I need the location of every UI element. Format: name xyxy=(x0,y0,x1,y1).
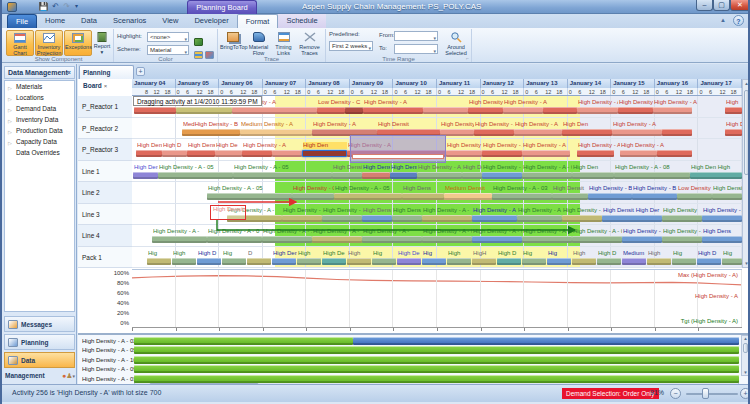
tab-planning-board[interactable]: Planning Board× xyxy=(79,65,134,79)
ribbon-tab-home[interactable]: Home xyxy=(37,14,73,28)
order-list-panel[interactable]: ◂ ▸ ▲ ▼ High Density - A - 02...High Den… xyxy=(78,333,750,384)
sidebar-item-data-overrides[interactable]: Data Overrides xyxy=(5,147,74,158)
timeline-header[interactable]: January 0481218January 05061218January 0… xyxy=(132,79,742,96)
group-label-color: Color xyxy=(114,56,217,62)
hour-tick: 18 xyxy=(469,88,475,96)
y-tick: 60% xyxy=(117,290,129,296)
resource-label-column: P_Reactor 1P_Reactor 2P_Reactor 3Line 1L… xyxy=(78,96,132,268)
nav-data-management[interactable]: Data Management xyxy=(4,352,75,368)
day-header-january-14: January 14 xyxy=(568,79,612,88)
order-list-vscrollbar[interactable]: ▲ ▼ xyxy=(741,335,750,376)
close-tab-icon[interactable]: × xyxy=(104,83,108,89)
remove-traces-icon xyxy=(304,32,316,42)
drag-tooltip: Dragging activity at 1/4/2010 11:59:59 P… xyxy=(133,96,262,106)
highlight-combo[interactable]: <none>▾ xyxy=(147,32,189,42)
minimize-button[interactable]: – xyxy=(696,0,713,11)
ribbon-tab-bar: ▲ ? FileHomeDataScenariosViewDeveloperFo… xyxy=(2,14,750,28)
nav-label: Messages xyxy=(21,321,52,328)
order-row-bar[interactable] xyxy=(353,337,739,345)
hour-tick: 0 xyxy=(351,88,354,96)
ribbon-tab-scenarios[interactable]: Scenarios xyxy=(105,14,154,28)
sidebar-item-inventory-data[interactable]: ▷Inventory Data xyxy=(5,114,74,125)
maximize-button[interactable]: ▢ xyxy=(713,0,730,11)
hour-tick: 12 xyxy=(502,88,508,96)
zoom-out-button[interactable]: − xyxy=(670,388,681,399)
hour-tick: 18 xyxy=(730,88,736,96)
row-label-line-4: Line 4 xyxy=(78,225,132,247)
day-header-january-04: January 04 xyxy=(132,79,176,88)
inventory-projection-label: Inventory Projection xyxy=(37,44,61,56)
ribbon-tab-file[interactable]: File xyxy=(7,14,37,28)
nav-planning[interactable]: Planning xyxy=(4,334,75,350)
inventory-chart[interactable]: Max (High Density - A) High Density - A … xyxy=(132,269,742,327)
day-header-january-08: January 08 xyxy=(306,79,350,88)
ribbon-tab-view[interactable]: View xyxy=(154,14,186,28)
zoom-slider-thumb[interactable] xyxy=(702,388,709,399)
ribbon-tab-format[interactable]: Format xyxy=(237,14,279,28)
remove-traces-button[interactable]: Remove Traces xyxy=(297,30,322,56)
zoom-slider-track[interactable] xyxy=(686,393,738,395)
gantt-chart-button[interactable]: Gantt Chart xyxy=(6,30,34,56)
gantt-vscrollbar[interactable]: ▲ ▼ xyxy=(742,79,750,268)
hour-row: 061218 xyxy=(263,88,307,96)
exceptions-button[interactable]: Exceptions xyxy=(64,30,92,56)
order-row-label: High Density - A - 05... xyxy=(82,347,134,353)
y-tick: 40% xyxy=(117,300,129,306)
collapse-ribbon-icon[interactable]: ▲ xyxy=(720,17,726,23)
hour-tick: 12 xyxy=(371,88,377,96)
demand-selection-badge[interactable]: Demand Selection: Order Only xyxy=(562,388,659,399)
around-selected-button[interactable]: Around Selected xyxy=(442,30,470,56)
group-color: Highlight: <none>▾ Scheme: Material▾ Col… xyxy=(114,29,218,62)
scheme-combo[interactable]: Material▾ xyxy=(147,45,189,55)
report-button[interactable]: Report▾ xyxy=(92,30,112,56)
hour-row: 061218 xyxy=(481,88,525,96)
add-tab-button[interactable]: + xyxy=(136,67,145,76)
order-row-bar[interactable] xyxy=(134,356,739,364)
hour-tick: 18 xyxy=(643,88,649,96)
order-row-bar[interactable] xyxy=(134,375,739,383)
save-icon[interactable]: 💾 xyxy=(38,1,49,12)
sidebar-item-demand-data[interactable]: ▷Demand Data xyxy=(5,103,74,114)
help-icon[interactable]: ? xyxy=(733,15,744,26)
collapse-sidebar-icon[interactable]: « xyxy=(67,67,71,79)
undo-icon[interactable]: ↶ xyxy=(50,1,61,12)
sidebar-item-capacity-data[interactable]: ▷Capacity Data xyxy=(5,136,74,147)
sidebar-item-materials[interactable]: ▷Materials xyxy=(5,81,74,92)
hour-tick: 18 xyxy=(556,88,562,96)
sidebar-item-label: Locations xyxy=(16,94,44,101)
sidebar-item-locations[interactable]: ▷Locations xyxy=(5,92,74,103)
redo-icon[interactable]: ↷ xyxy=(61,1,72,12)
day-header-january-13: January 13 xyxy=(524,79,568,88)
nav-messages[interactable]: Messages xyxy=(4,316,75,332)
ribbon-tab-data[interactable]: Data xyxy=(73,14,105,28)
hour-tick: 0 xyxy=(569,88,572,96)
hour-row: 061218 xyxy=(176,88,220,96)
predefined-combo[interactable]: First 2 weeks▾ xyxy=(329,41,373,51)
day-header-january-05: January 05 xyxy=(176,79,220,88)
order-row-bar[interactable] xyxy=(134,365,739,373)
sidebar-tree: ▷Materials▷Locations▷Demand Data▷Invento… xyxy=(4,80,75,312)
ribbon-tab-schedule[interactable]: Schedule xyxy=(278,14,325,28)
trace-arrows xyxy=(132,96,742,268)
hour-tick: 0 xyxy=(177,88,180,96)
order-row-bar[interactable] xyxy=(134,346,739,354)
order-row-bar[interactable] xyxy=(134,337,353,345)
close-button[interactable]: ✕ xyxy=(730,0,750,11)
timing-links-button[interactable]: Timing Links xyxy=(271,30,296,56)
quick-access-dropdown-icon[interactable]: ▾ xyxy=(72,1,81,12)
from-combo[interactable]: ▾ xyxy=(394,31,438,41)
gantt-rows-area[interactable]: High Density - AHigh Density - CHigh Den… xyxy=(132,96,742,268)
inventory-projection-button[interactable]: Inventory Projection xyxy=(35,30,63,56)
bringtotop-button[interactable]: BringToTop xyxy=(220,30,245,56)
material-flow-button[interactable]: Material Flow xyxy=(246,30,271,56)
sidebar-item-production-data[interactable]: ▷Production Data xyxy=(5,125,74,136)
panel-options-icon[interactable]: ▾ xyxy=(72,373,75,379)
zoom-in-button[interactable]: + xyxy=(740,388,750,399)
group-label-show-component: Show Component xyxy=(4,56,113,62)
inventory-projection-icon xyxy=(43,33,55,43)
hour-tick: 0 xyxy=(656,88,659,96)
ribbon-tab-developer[interactable]: Developer xyxy=(186,14,236,28)
order-row-label: High Density - A - 10... xyxy=(82,357,134,363)
to-combo[interactable]: ▾ xyxy=(394,44,438,54)
order-row-label: High Density - A - 02... xyxy=(82,338,134,344)
